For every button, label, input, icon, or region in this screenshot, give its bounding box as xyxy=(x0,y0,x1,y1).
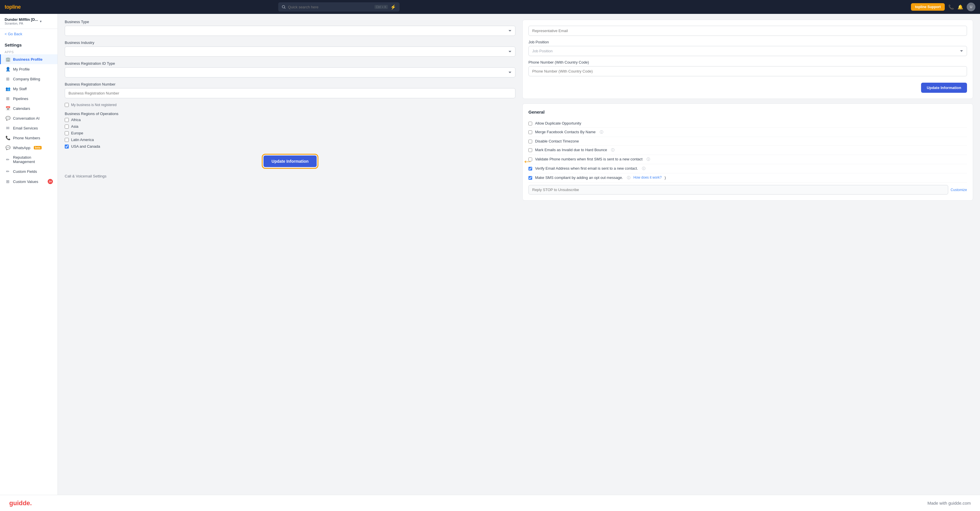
bottom-bar: guidde. Made with guidde.com xyxy=(0,495,980,511)
sms-compliant-checkbox[interactable] xyxy=(528,176,532,180)
phone-icon[interactable]: 📞 xyxy=(948,4,954,10)
my-profile-icon: 👤 xyxy=(5,67,10,72)
customize-link[interactable]: Customize xyxy=(951,188,967,192)
company-billing-icon: ⊞ xyxy=(5,76,10,81)
sidebar-item-whatsapp[interactable]: 💬 WhatsApp beta xyxy=(0,143,57,153)
sidebar-item-pipelines[interactable]: ⊞ Pipelines xyxy=(0,94,57,103)
business-reg-id-group: Business Registration ID Type xyxy=(65,61,515,78)
not-registered-checkbox[interactable] xyxy=(65,103,69,107)
sidebar-item-my-profile[interactable]: 👤 My Profile xyxy=(0,64,57,74)
search-bar[interactable]: Ctrl + K ⚡ xyxy=(278,2,399,11)
business-type-select[interactable] xyxy=(65,26,515,36)
search-input[interactable] xyxy=(288,5,372,9)
mark-emails-invalid-checkbox[interactable] xyxy=(528,148,532,152)
guidde-logo: guidde. xyxy=(9,500,32,507)
bell-icon[interactable]: 🔔 xyxy=(958,4,963,10)
search-shortcut: Ctrl + K xyxy=(374,5,388,9)
africa-label: Africa xyxy=(71,118,81,122)
rep-email-group xyxy=(528,26,967,36)
sidebar-item-calendars[interactable]: 📅 Calendars xyxy=(0,103,57,113)
search-icon xyxy=(282,5,286,9)
sidebar-item-label: Email Services xyxy=(13,126,38,131)
workspace-selector[interactable]: Dunder Mifflin [D... Scranton, PA ▾ xyxy=(0,14,57,29)
business-type-label: Business Type xyxy=(65,20,515,24)
made-with-tagline: Made with guidde.com xyxy=(928,501,971,506)
job-position-label: Job Position xyxy=(528,40,967,44)
reputation-icon: ✏ xyxy=(5,157,10,162)
settings-heading: Settings xyxy=(0,39,57,49)
lightning-icon: ⚡ xyxy=(390,4,396,10)
sidebar-item-label: Phone Numbers xyxy=(13,136,40,140)
avatar[interactable]: U xyxy=(967,3,975,11)
not-registered-label: My business is Not registered xyxy=(71,103,116,107)
mark-emails-invalid-info-icon: ⓘ xyxy=(611,148,614,153)
sidebar-item-label: Pipelines xyxy=(13,97,28,101)
region-europe: Europe xyxy=(65,131,515,135)
how-does-it-work-link[interactable]: How does it work? xyxy=(633,175,662,180)
region-asia: Asia xyxy=(65,124,515,129)
general-item-sms-compliant: Make SMS compliant by adding an opt out … xyxy=(528,174,967,183)
sidebar-item-company-billing[interactable]: ⊞ Company Billing xyxy=(0,74,57,84)
sidebar: Dunder Mifflin [D... Scranton, PA ▾ < Go… xyxy=(0,14,58,495)
business-reg-number-input[interactable] xyxy=(65,88,515,98)
europe-label: Europe xyxy=(71,131,83,135)
rep-email-input[interactable] xyxy=(528,26,967,36)
call-voicemail-label: Call & Voicemail Settings xyxy=(65,174,515,178)
asia-checkbox[interactable] xyxy=(65,124,69,129)
africa-checkbox[interactable] xyxy=(65,118,69,122)
sidebar-item-label: Calendars xyxy=(13,107,30,111)
sidebar-item-label: WhatsApp xyxy=(13,146,30,150)
job-position-select[interactable]: Job Position xyxy=(528,46,967,56)
my-staff-icon: 👥 xyxy=(5,86,10,91)
not-registered-group: My business is Not registered xyxy=(65,103,515,107)
merge-facebook-checkbox[interactable] xyxy=(528,131,532,134)
mark-emails-invalid-label: Mark Emails as Invalid due to Hard Bounc… xyxy=(535,148,607,152)
sidebar-item-label: Business Profile xyxy=(13,57,43,62)
sidebar-item-reputation-management[interactable]: ✏ Reputation Management xyxy=(0,153,57,167)
right-panel: Job Position Job Position Phone Number (… xyxy=(522,20,973,489)
reply-stop-input[interactable] xyxy=(528,185,948,194)
sidebar-item-phone-numbers[interactable]: 📞 Phone Numbers xyxy=(0,133,57,143)
general-item-disable-timezone: Disable Contact Timezone xyxy=(528,137,967,146)
email-services-icon: ✉ xyxy=(5,126,10,131)
phone-number-group: Phone Number (With Country Code) xyxy=(528,60,967,76)
europe-checkbox[interactable] xyxy=(65,131,69,135)
sidebar-item-label: Company Billing xyxy=(13,77,40,81)
go-back-link[interactable]: < Go Back xyxy=(0,29,57,39)
usa-canada-checkbox[interactable] xyxy=(65,145,69,148)
sidebar-item-conversation-ai[interactable]: 💬 Conversation AI xyxy=(0,113,57,123)
business-industry-select[interactable] xyxy=(65,46,515,57)
regions-group: Business Regions of Operations Africa As… xyxy=(65,111,515,148)
update-information-button-right[interactable]: Update Information xyxy=(921,83,967,93)
apps-section-label: Apps xyxy=(0,49,57,54)
custom-values-icon: ⊞ xyxy=(5,179,10,184)
top-navigation: topline Ctrl + K ⚡ topline Support 📞 🔔 U xyxy=(0,0,980,14)
phone-numbers-icon: 📞 xyxy=(5,135,10,140)
business-reg-id-select[interactable] xyxy=(65,67,515,78)
phone-number-input[interactable] xyxy=(528,66,967,76)
business-industry-label: Business Industry xyxy=(65,40,515,45)
validate-phone-label: Validate Phone numbers when first SMS is… xyxy=(535,157,643,161)
disable-timezone-checkbox[interactable] xyxy=(528,140,532,143)
general-item-mark-emails-invalid: Mark Emails as Invalid due to Hard Bounc… xyxy=(528,146,967,155)
merge-facebook-label: Merge Facebook Contacts By Name xyxy=(535,130,596,134)
general-item-validate-phone: Validate Phone numbers when first SMS is… xyxy=(528,155,967,164)
sidebar-item-label: Custom Values xyxy=(13,180,38,184)
sidebar-item-email-services[interactable]: ✉ Email Services xyxy=(0,123,57,133)
verify-email-label: Verify Email Address when first email is… xyxy=(535,166,638,170)
latin-america-checkbox[interactable] xyxy=(65,138,69,142)
sidebar-item-my-staff[interactable]: 👥 My Staff xyxy=(0,84,57,94)
general-item-merge-facebook: Merge Facebook Contacts By Name ⓘ xyxy=(528,128,967,137)
regions-list: Africa Asia Europe Latin America xyxy=(65,118,515,148)
sidebar-item-custom-values[interactable]: ⊞ Custom Values 24 xyxy=(0,176,57,187)
duplicate-opportunity-checkbox[interactable] xyxy=(528,122,532,126)
support-button[interactable]: topline Support xyxy=(911,3,945,11)
whatsapp-beta-badge: beta xyxy=(34,146,41,150)
custom-fields-icon: ✏ xyxy=(5,169,10,174)
verify-email-info-icon: ⓘ xyxy=(642,166,646,171)
business-industry-group: Business Industry xyxy=(65,40,515,57)
sidebar-item-business-profile[interactable]: 🏢 Business Profile xyxy=(0,54,57,64)
left-panel: Business Type Business Industry Business… xyxy=(65,20,515,489)
sidebar-item-custom-fields[interactable]: ✏ Custom Fields xyxy=(0,167,57,176)
update-information-button-left[interactable]: Update Information xyxy=(264,156,317,167)
